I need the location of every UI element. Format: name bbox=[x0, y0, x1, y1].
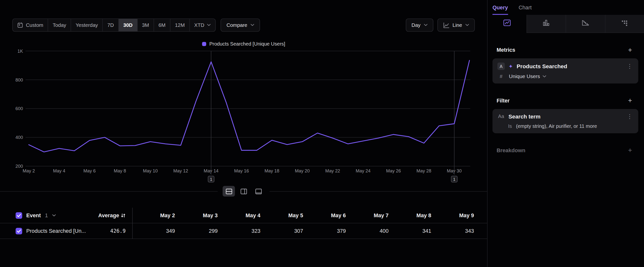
svg-text:May 22: May 22 bbox=[325, 168, 340, 173]
column-header[interactable]: May 5 bbox=[260, 212, 303, 218]
svg-text:400: 400 bbox=[16, 135, 23, 140]
date-range-xtd-button[interactable]: XTD bbox=[190, 19, 216, 31]
filter-options-kebab-icon[interactable]: ⋮ bbox=[626, 113, 634, 120]
calendar-icon bbox=[17, 22, 23, 28]
column-header[interactable]: May 6 bbox=[303, 212, 346, 218]
sidebar-tabs: Query Chart bbox=[488, 0, 644, 15]
svg-text:May 10: May 10 bbox=[143, 168, 158, 173]
date-range-custom-button[interactable]: Custom bbox=[13, 19, 48, 31]
svg-text:May 20: May 20 bbox=[295, 168, 310, 173]
column-header[interactable]: May 9 bbox=[431, 212, 474, 218]
filter-property-name[interactable]: Search term bbox=[508, 113, 622, 119]
filter-value[interactable]: (empty string), Air purifier, or 11 more bbox=[516, 123, 597, 129]
date-range-3m-button[interactable]: 3M bbox=[138, 19, 154, 31]
value-cell: 400 bbox=[346, 228, 389, 234]
add-metric-button[interactable]: + bbox=[626, 47, 634, 54]
average-value: 426.9 bbox=[110, 228, 126, 234]
add-breakdown-button[interactable]: + bbox=[626, 147, 634, 154]
tab-label: Query bbox=[492, 5, 508, 11]
compare-label: Compare bbox=[226, 22, 247, 28]
tab-chart[interactable]: Chart bbox=[518, 0, 532, 15]
filter-card[interactable]: Aa Search term ⋮ Is (empty string), Air … bbox=[492, 109, 638, 133]
date-range-label: 3M bbox=[142, 22, 149, 28]
svg-text:May 6: May 6 bbox=[84, 168, 96, 173]
svg-text:May 12: May 12 bbox=[174, 168, 188, 173]
line-chart-icon bbox=[443, 22, 449, 28]
sort-icon[interactable] bbox=[121, 213, 126, 218]
flows-grid-tab[interactable] bbox=[605, 15, 644, 33]
number-type-icon: # bbox=[498, 74, 505, 79]
column-header[interactable]: May 4 bbox=[218, 212, 260, 218]
date-range-yesterday-button[interactable]: Yesterday bbox=[71, 19, 103, 31]
app-window: 2004006008001KMay 2May 4May 6May 8May 10… bbox=[0, 0, 644, 267]
date-range-label: 6M bbox=[158, 22, 166, 28]
toolbar-right-group: Day Line bbox=[406, 19, 475, 32]
metric-card[interactable]: A ✦ Products Searched ⋮ # Unique Users bbox=[492, 58, 638, 84]
date-range-label: 7D bbox=[108, 22, 114, 28]
breakdown-table: Event 1 Average May 2May 3May 4May 5May … bbox=[0, 208, 487, 239]
date-range-label: Today bbox=[53, 22, 66, 28]
date-range-30d-button[interactable]: 30D bbox=[119, 19, 138, 31]
query-sidebar: Query Chart bbox=[487, 0, 644, 267]
svg-text:May 8: May 8 bbox=[114, 168, 126, 173]
row-checkbox[interactable] bbox=[16, 228, 22, 234]
column-header[interactable]: May 8 bbox=[389, 212, 432, 218]
filter-section-header: Filter + bbox=[497, 97, 634, 104]
breakdown-heading: Breakdown bbox=[497, 147, 526, 153]
date-range-today-button[interactable]: Today bbox=[48, 19, 71, 31]
chart-type-label: Line bbox=[452, 22, 462, 28]
compare-button[interactable]: Compare bbox=[221, 19, 260, 32]
bar-chart-tab[interactable] bbox=[526, 15, 566, 33]
value-cell: 379 bbox=[303, 228, 346, 234]
svg-text:800: 800 bbox=[16, 77, 23, 83]
average-header-cell[interactable]: Average bbox=[98, 212, 132, 218]
metric-name[interactable]: Products Searched bbox=[516, 63, 622, 69]
chart-type-dropdown[interactable]: Line bbox=[437, 19, 475, 32]
table-row-values: 349299323307379400341343 bbox=[132, 228, 474, 234]
granularity-label: Day bbox=[412, 22, 421, 28]
date-range-12m-button[interactable]: 12M bbox=[170, 19, 190, 31]
svg-text:200: 200 bbox=[16, 164, 23, 169]
add-filter-button[interactable]: + bbox=[626, 97, 634, 104]
metric-options-kebab-icon[interactable]: ⋮ bbox=[626, 63, 634, 70]
date-range-label: Yesterday bbox=[76, 22, 98, 28]
select-all-checkbox[interactable] bbox=[16, 212, 22, 219]
layout-split-horizontal-button[interactable] bbox=[222, 186, 235, 196]
text-property-icon: Aa bbox=[498, 114, 505, 119]
event-count: 1 bbox=[45, 212, 48, 218]
column-header[interactable]: May 2 bbox=[132, 212, 175, 218]
chevron-down-icon bbox=[207, 24, 211, 26]
event-header-label: Event bbox=[26, 212, 41, 218]
svg-text:May 24: May 24 bbox=[356, 168, 370, 173]
table-column-divider bbox=[132, 208, 133, 239]
value-cell: 307 bbox=[260, 228, 303, 234]
filter-operator[interactable]: Is bbox=[508, 123, 512, 129]
aggregation-dropdown[interactable]: Unique Users bbox=[509, 74, 546, 79]
line-chart-box-icon bbox=[503, 19, 511, 28]
granularity-dropdown[interactable]: Day bbox=[406, 19, 433, 32]
filter-heading: Filter bbox=[497, 98, 510, 104]
layout-split-vertical-button[interactable] bbox=[238, 186, 250, 196]
date-range-6m-button[interactable]: 6M bbox=[154, 19, 170, 31]
retention-curve-tab[interactable] bbox=[566, 15, 605, 33]
column-header[interactable]: May 3 bbox=[175, 212, 218, 218]
layout-chart-only-button[interactable] bbox=[252, 186, 264, 196]
legend-swatch bbox=[202, 42, 206, 46]
average-header-label: Average bbox=[98, 212, 119, 218]
chevron-down-icon[interactable] bbox=[52, 214, 56, 216]
svg-text:May 28: May 28 bbox=[416, 168, 431, 173]
insights-line-chart-tab[interactable] bbox=[488, 15, 526, 33]
chevron-down-icon bbox=[542, 75, 546, 78]
layout-toggle-group bbox=[218, 186, 269, 196]
column-header[interactable]: May 7 bbox=[346, 212, 389, 218]
bar-chart-icon bbox=[542, 19, 550, 28]
aggregation-label: Unique Users bbox=[509, 74, 540, 79]
date-range-7d-button[interactable]: 7D bbox=[103, 19, 119, 31]
svg-text:1: 1 bbox=[210, 177, 212, 182]
value-cell: 349 bbox=[132, 228, 175, 234]
svg-text:May 26: May 26 bbox=[386, 168, 401, 173]
value-cell: 343 bbox=[431, 228, 474, 234]
tab-query[interactable]: Query bbox=[492, 0, 508, 15]
metrics-heading: Metrics bbox=[497, 47, 515, 53]
event-row-cell: Products Searched [Un... bbox=[0, 228, 98, 234]
